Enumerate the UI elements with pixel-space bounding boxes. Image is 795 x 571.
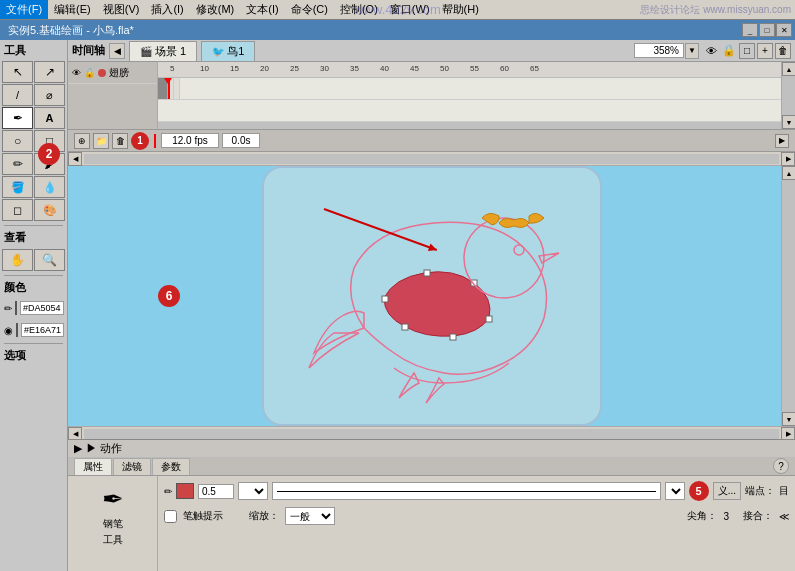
svg-rect-5	[402, 324, 408, 330]
toolbar-label: 工具	[0, 40, 67, 59]
scale-label: 缩放：	[249, 509, 279, 523]
tool-lasso[interactable]: ⌀	[34, 84, 65, 106]
scale-select[interactable]: 一般	[285, 507, 335, 525]
menu-file[interactable]: 文件(F)	[0, 0, 48, 19]
vscroll2-up[interactable]: ▲	[782, 166, 795, 180]
menu-insert[interactable]: 插入(I)	[145, 0, 189, 19]
hscroll-left[interactable]: ◀	[68, 152, 82, 166]
color-label: 颜色	[0, 278, 67, 297]
scene-tab-label: 场景 1	[155, 44, 186, 59]
prop-stroke-size[interactable]	[198, 484, 234, 499]
time-display[interactable]: 0.0s	[222, 133, 260, 148]
minimize-button[interactable]: _	[742, 23, 758, 37]
bird-tab[interactable]: 🐦 鸟1	[201, 41, 255, 61]
prop-line-style-select[interactable]	[665, 482, 685, 500]
menu-window[interactable]: 窗口(W)	[384, 0, 436, 19]
join-label: 接合：	[743, 509, 773, 523]
menu-help[interactable]: 帮助(H)	[436, 0, 485, 19]
actions-arrow: ▶	[74, 442, 82, 455]
badge-5: 5	[689, 481, 709, 501]
menu-control[interactable]: 控制(O)	[334, 0, 384, 19]
fps-display[interactable]: 12.0 fps	[161, 133, 219, 148]
icon-new-layer[interactable]: +	[757, 43, 773, 59]
tool-eraser[interactable]: ◻	[2, 199, 33, 221]
tool-subselect[interactable]: ↗	[34, 61, 65, 83]
layer-name[interactable]: 翅膀	[109, 66, 129, 80]
badge-1: 1	[131, 132, 149, 150]
actions-label: ▶ 动作	[86, 441, 122, 456]
layer-row: 👁 🔓 翅膀	[68, 62, 157, 84]
watermark2: 思绘设计论坛 www.missyuan.com	[640, 3, 791, 17]
menu-text[interactable]: 文本(I)	[240, 0, 284, 19]
options-label: 选项	[0, 346, 67, 365]
stroke-color-icon[interactable]: ✏	[4, 303, 12, 314]
tool-eyedropper[interactable]: 💧	[34, 176, 65, 198]
tool-oval[interactable]: ○	[2, 130, 33, 152]
icon-lock[interactable]: 🔒	[721, 43, 737, 59]
layer-lock[interactable]: 🔓	[84, 68, 95, 78]
show-tips-checkbox[interactable]	[164, 510, 177, 523]
custom-btn[interactable]: 义...	[713, 482, 741, 500]
tool-hand[interactable]: ✋	[2, 249, 33, 271]
menu-edit[interactable]: 编辑(E)	[48, 0, 97, 19]
stroke-color-value[interactable]: #DA5054	[20, 301, 64, 315]
tool-inkbucket[interactable]: 🪣	[2, 176, 33, 198]
show-tips-label: 笔触提示	[183, 509, 223, 523]
layer-add-btn[interactable]: ⊕	[74, 133, 90, 149]
view-label: 查看	[0, 228, 67, 247]
fill-color-icon[interactable]: ◉	[4, 325, 13, 336]
zoom-display[interactable]: 358%	[634, 43, 684, 58]
pen-tool-icon[interactable]: ✒	[102, 484, 124, 515]
menu-command[interactable]: 命令(C)	[285, 0, 334, 19]
vscroll-up[interactable]: ▲	[782, 62, 795, 76]
icon-outline[interactable]: □	[739, 43, 755, 59]
tab-params[interactable]: 参数	[152, 458, 190, 475]
badge-2: 2	[38, 143, 60, 165]
fill-color-value[interactable]: #E16A71	[21, 323, 64, 337]
hscroll-arrow[interactable]: ▶	[775, 134, 789, 148]
menu-view[interactable]: 视图(V)	[97, 0, 146, 19]
icon-del-layer[interactable]: 🗑	[775, 43, 791, 59]
tab-properties[interactable]: 属性	[74, 458, 112, 475]
icon-eye[interactable]: 👁	[703, 43, 719, 59]
zoom-down-btn[interactable]: ▼	[685, 43, 699, 59]
vscroll-down[interactable]: ▼	[782, 115, 795, 129]
hscroll-right[interactable]: ▶	[781, 152, 795, 166]
timeline-back-btn[interactable]: ◀	[109, 43, 125, 59]
corner-label: 尖角：	[687, 509, 717, 523]
hscroll2-left[interactable]: ◀	[68, 427, 82, 440]
svg-rect-4	[450, 334, 456, 340]
menu-modify[interactable]: 修改(M)	[190, 0, 241, 19]
prop-line-style-box[interactable]	[272, 482, 661, 500]
tool-zoom[interactable]: 🔍	[34, 249, 65, 271]
tool-line[interactable]: /	[2, 84, 33, 106]
badge-6: 6	[158, 285, 180, 307]
tool-pen[interactable]: ✒	[2, 107, 33, 129]
endpoint-label: 端点：	[745, 484, 775, 498]
fill-color-swatch[interactable]	[16, 323, 18, 337]
tool-paint[interactable]: 🎨	[34, 199, 65, 221]
layer-del-btn[interactable]: 🗑	[112, 133, 128, 149]
prop-stroke-size-select[interactable]	[238, 482, 268, 500]
tool-text[interactable]: A	[34, 107, 65, 129]
tab-filters[interactable]: 滤镜	[113, 458, 151, 475]
tool-name: 钢笔	[103, 517, 123, 531]
svg-point-7	[514, 245, 524, 255]
vscroll2-down[interactable]: ▼	[782, 412, 795, 426]
tool-arrow[interactable]: ↖	[2, 61, 33, 83]
bird-tab-label: 鸟1	[227, 44, 244, 59]
restore-button[interactable]: □	[759, 23, 775, 37]
hscroll2-right[interactable]: ▶	[781, 427, 795, 440]
close-button[interactable]: ✕	[776, 23, 792, 37]
tool-pencil[interactable]: ✏	[2, 153, 33, 175]
actions-header[interactable]: ▶ ▶ 动作	[68, 440, 795, 458]
prop-stroke-color[interactable]	[176, 483, 194, 499]
layer-eye[interactable]: 👁	[72, 68, 81, 78]
layer-folder-btn[interactable]: 📁	[93, 133, 109, 149]
scene-tab[interactable]: 🎬 场景 1	[129, 41, 197, 61]
endpoint-val: 目	[779, 484, 789, 498]
help-button[interactable]: ?	[773, 458, 789, 474]
stroke-color-swatch[interactable]	[15, 301, 17, 315]
svg-rect-3	[486, 316, 492, 322]
corner-val: 3	[723, 511, 729, 522]
